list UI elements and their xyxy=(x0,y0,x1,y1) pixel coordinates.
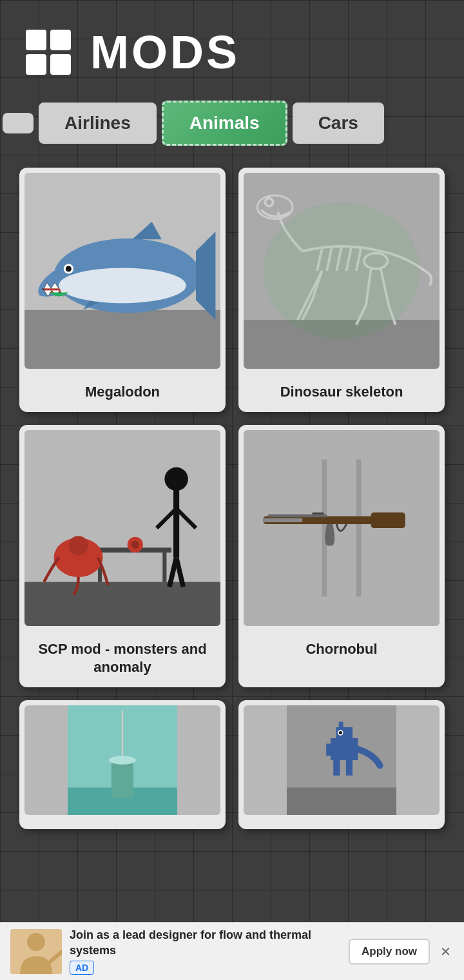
svg-rect-26 xyxy=(24,582,220,625)
svg-rect-40 xyxy=(244,430,440,626)
svg-rect-45 xyxy=(263,518,302,522)
svg-point-39 xyxy=(131,540,139,548)
grid-menu-icon[interactable] xyxy=(26,30,71,75)
svg-rect-47 xyxy=(268,514,327,517)
card-scp[interactable]: SCP mod - monsters and anomaly xyxy=(19,425,226,687)
svg-point-59 xyxy=(339,731,342,734)
header: MODS xyxy=(0,0,464,98)
partial-left-illustration xyxy=(24,705,220,815)
grid-cell xyxy=(26,54,46,75)
svg-point-5 xyxy=(59,268,186,303)
svg-point-37 xyxy=(68,536,88,555)
svg-rect-62 xyxy=(326,743,332,756)
card-title-megalodon: Megalodon xyxy=(19,374,226,412)
ad-banner: Join as a lead designer for flow and the… xyxy=(0,922,464,980)
svg-point-4 xyxy=(66,266,72,271)
svg-rect-42 xyxy=(356,459,362,596)
card-partial-left[interactable] xyxy=(19,700,226,829)
svg-rect-57 xyxy=(339,721,343,728)
card-chornobul[interactable]: Chornobul xyxy=(238,425,445,687)
scp-illustration xyxy=(24,430,220,626)
cards-grid: Megalodon xyxy=(0,155,464,700)
shark-illustration xyxy=(24,173,220,369)
svg-rect-54 xyxy=(287,787,396,815)
svg-point-64 xyxy=(27,933,45,951)
ad-person-illustration xyxy=(10,929,62,974)
partial-right-illustration xyxy=(244,705,440,815)
dino-illustration xyxy=(244,173,440,369)
card-title-chorno: Chornobul xyxy=(238,631,445,669)
ad-text-main: Join as a lead designer for flow and the… xyxy=(70,928,341,958)
card-image-partial-right xyxy=(244,705,440,815)
tab-airlines[interactable]: Airlines xyxy=(39,103,157,144)
ad-close-button[interactable]: ✕ xyxy=(438,941,454,962)
page-title: MODS xyxy=(90,26,240,79)
grid-cell xyxy=(50,54,71,75)
card-image-partial-left xyxy=(24,705,220,815)
svg-point-31 xyxy=(164,467,188,490)
svg-point-52 xyxy=(109,756,137,765)
ad-text-block: Join as a lead designer for flow and the… xyxy=(70,928,341,975)
tab-cars[interactable]: Cars xyxy=(293,103,384,144)
card-dinosaur-skeleton[interactable]: Dinosaur skeleton xyxy=(238,168,445,412)
card-image-scp xyxy=(24,430,220,626)
svg-point-24 xyxy=(263,202,420,340)
card-megalodon[interactable]: Megalodon xyxy=(19,168,226,412)
ad-image xyxy=(10,929,62,974)
partial-cards-row xyxy=(0,700,464,842)
card-image-chorno xyxy=(244,430,440,626)
svg-rect-61 xyxy=(346,759,353,776)
svg-rect-51 xyxy=(111,760,133,799)
card-title-dino: Dinosaur skeleton xyxy=(238,374,445,412)
tab-animals[interactable]: Animals xyxy=(162,101,287,146)
grid-cell xyxy=(50,30,71,50)
card-image-dino xyxy=(244,173,440,369)
grid-cell xyxy=(26,30,46,50)
card-image-megalodon xyxy=(24,173,220,369)
card-title-scp: SCP mod - monsters and anomaly xyxy=(19,631,226,687)
tabs-bar: Airlines Animals Cars xyxy=(0,98,464,155)
ad-apply-button[interactable]: Apply now xyxy=(349,939,430,965)
chorno-illustration xyxy=(244,430,440,626)
tab-partial-left[interactable] xyxy=(3,113,34,133)
svg-rect-29 xyxy=(162,553,166,582)
ad-label: AD xyxy=(70,961,94,975)
svg-rect-56 xyxy=(336,727,353,743)
ad-badge-row: AD xyxy=(70,961,341,975)
card-partial-right[interactable] xyxy=(238,700,445,829)
svg-rect-60 xyxy=(333,759,340,776)
svg-rect-44 xyxy=(371,512,405,527)
svg-rect-1 xyxy=(24,310,220,369)
